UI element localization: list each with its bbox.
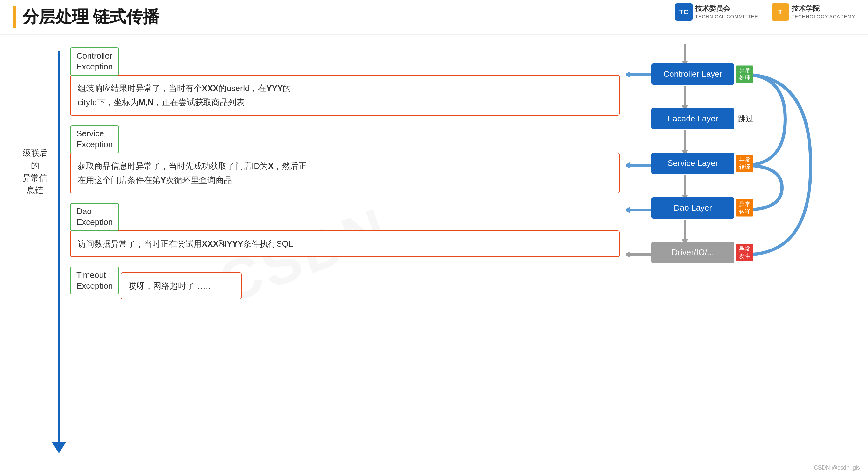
controller-exception-content: 组装响应结果时异常了，当时有个XXX的userId，在YYY的 cityId下，… <box>70 75 620 116</box>
csdn-badge: CSDN @csdn_gis <box>814 465 860 471</box>
service-badge: 异常转译 <box>736 154 753 172</box>
driver-layer: Driver/IO/... 异常发生 <box>651 242 734 263</box>
controller-layer-box: Controller Layer 异常处理 <box>651 63 734 85</box>
service-layer: Service Layer 异常转译 <box>651 153 734 174</box>
svg-marker-17 <box>626 251 630 258</box>
service-exception-content: 获取商品信息时异常了，当时先成功获取了门店ID为X，然后正 在用这个门店条件在第… <box>70 153 620 194</box>
svg-marker-15 <box>626 207 630 213</box>
dao-layer: Dao Layer 异常转译 <box>651 197 734 218</box>
controller-exception: ControllerException 组装响应结果时异常了，当时有个XXX的u… <box>70 48 620 116</box>
page-title: 分层处理 链式传播 <box>22 6 159 28</box>
ta-icon: T <box>772 3 789 21</box>
left-label: 级联后的 异常信息链 <box>19 147 51 197</box>
controller-exception-title: ControllerException <box>70 48 119 76</box>
logo-ta: T 技术学院 TECHNOLOGY ACADEMY <box>772 3 855 21</box>
driver-badge: 异常发生 <box>736 244 753 261</box>
dao-exception-title: DaoException <box>70 203 119 231</box>
logos: TC 技术委员会 TECHNICAL COMMITTEE T 技术学院 TECH… <box>675 3 855 21</box>
dao-exception: DaoException 访问数据异常了，当时正在尝试用XXX和YYY条件执行S… <box>70 203 620 257</box>
facade-layer-box: Facade Layer <box>651 108 734 129</box>
ta-text: 技术学院 TECHNOLOGY ACADEMY <box>792 4 855 20</box>
main-content: CSDN 级联后的 异常信息链 ControllerException 组装响应… <box>0 35 868 476</box>
controller-layer: Controller Layer 异常处理 <box>651 63 734 85</box>
title-accent <box>13 6 16 28</box>
timeout-exception: TimeoutException 哎呀，网络超时了…… <box>70 267 620 299</box>
dao-badge: 异常转译 <box>736 199 753 217</box>
vertical-arrow <box>54 51 64 453</box>
logo-divider <box>765 4 765 20</box>
service-layer-box: Service Layer 异常转译 <box>651 153 734 174</box>
facade-skip: 跳过 <box>738 114 753 124</box>
header: 分层处理 链式传播 TC 技术委员会 TECHNICAL COMMITTEE T… <box>0 0 868 35</box>
facade-layer: Facade Layer 跳过 <box>651 108 753 129</box>
left-panel: 级联后的 异常信息链 ControllerException 组装响应结果时异常… <box>19 44 626 466</box>
service-exception-title: ServiceException <box>70 125 119 153</box>
dao-exception-content: 访问数据异常了，当时正在尝试用XXX和YYY条件执行SQL <box>70 230 620 257</box>
tc-icon: TC <box>675 3 692 21</box>
svg-marker-11 <box>626 71 630 78</box>
driver-layer-box: Driver/IO/... 异常发生 <box>651 242 734 263</box>
controller-badge: 异常处理 <box>736 65 753 83</box>
tc-text: 技术委员会 TECHNICAL COMMITTEE <box>695 4 758 20</box>
exceptions-container: ControllerException 组装响应结果时异常了，当时有个XXX的u… <box>70 48 620 299</box>
svg-marker-13 <box>626 162 630 169</box>
dao-layer-box: Dao Layer 异常转译 <box>651 197 734 218</box>
timeout-exception-content: 哎呀，网络超时了…… <box>121 272 242 299</box>
logo-tc: TC 技术委员会 TECHNICAL COMMITTEE <box>675 3 758 21</box>
arch-wrapper: Controller Layer 异常处理 Facade Layer 跳过 Se… <box>626 44 833 443</box>
arrow-head <box>52 442 66 453</box>
timeout-exception-title: TimeoutException <box>70 267 119 295</box>
right-panel: Controller Layer 异常处理 Facade Layer 跳过 Se… <box>626 44 849 466</box>
arrow-line <box>58 51 60 442</box>
service-exception: ServiceException 获取商品信息时异常了，当时先成功获取了门店ID… <box>70 125 620 194</box>
